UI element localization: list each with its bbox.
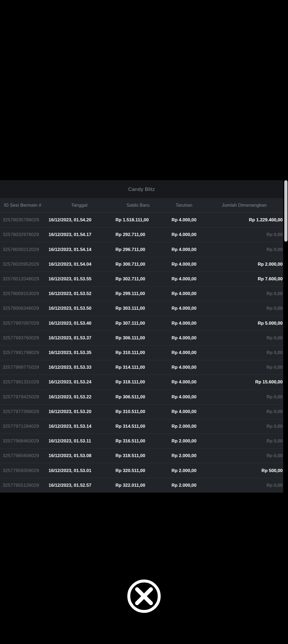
cell-new-balance: Rp 299.111,00 <box>113 291 163 296</box>
cell-bet: Rp 4.000,00 <box>163 409 205 414</box>
cell-session-id: 32577968463029 <box>0 438 45 444</box>
cell-date: 16/12/2023, 01.53.37 <box>45 335 113 341</box>
table-row: 32577965606029 16/12/2023, 01.53.08 Rp 3… <box>0 448 283 463</box>
close-icon <box>127 579 161 613</box>
cell-session-id: 32578035796029 <box>0 217 45 223</box>
cell-bet: Rp 4.000,00 <box>163 379 205 385</box>
cell-session-id: 32577965606029 <box>0 453 45 458</box>
cell-bet: Rp 2.000,00 <box>163 424 205 429</box>
cell-new-balance: Rp 303.111,00 <box>113 306 163 311</box>
cell-amount-won: Rp 1.229.400,00 <box>205 217 283 223</box>
cell-session-id: 32577959359029 <box>0 468 45 473</box>
cell-date: 16/12/2023, 01.53.14 <box>45 424 113 429</box>
cell-amount-won: Rp 0,00 <box>205 365 283 370</box>
cell-date: 16/12/2023, 01.53.50 <box>45 306 113 311</box>
cell-amount-won: Rp 15.600,00 <box>205 379 283 385</box>
cell-amount-won: Rp 0,00 <box>205 453 283 458</box>
cell-new-balance: Rp 302.711,00 <box>113 276 163 282</box>
cell-amount-won: Rp 0,00 <box>205 291 283 296</box>
cell-bet: Rp 2.000,00 <box>163 468 205 473</box>
table-row: 32577968463029 16/12/2023, 01.53.11 Rp 3… <box>0 434 283 448</box>
cell-new-balance: Rp 310.511,00 <box>113 409 163 414</box>
cell-amount-won: Rp 0,00 <box>205 438 283 444</box>
cell-date: 16/12/2023, 01.53.55 <box>45 276 113 282</box>
cell-session-id: 32578009153029 <box>0 291 45 296</box>
cell-new-balance: Rp 318.111,00 <box>113 379 163 385</box>
cell-bet: Rp 4.000,00 <box>163 394 205 400</box>
table-row: 32577971284029 16/12/2023, 01.53.14 Rp 3… <box>0 419 283 434</box>
table-row: 32577997097029 16/12/2023, 01.53.40 Rp 3… <box>0 316 283 330</box>
table-row: 32577979425029 16/12/2023, 01.53.22 Rp 3… <box>0 389 283 404</box>
game-history-modal: Candy Blitz ID Sesi Bermain # Tanggal Sa… <box>0 180 288 493</box>
cell-bet: Rp 4.000,00 <box>163 276 205 282</box>
table-row: 32577993760029 16/12/2023, 01.53.37 Rp 3… <box>0 331 283 345</box>
cell-amount-won: Rp 0,00 <box>205 424 283 429</box>
cell-amount-won: Rp 0,00 <box>205 335 283 341</box>
cell-bet: Rp 4.000,00 <box>163 306 205 311</box>
cell-bet: Rp 2.000,00 <box>163 438 205 444</box>
cell-new-balance: Rp 310.111,00 <box>113 350 163 355</box>
cell-session-id: 32577997097029 <box>0 321 45 326</box>
table-row: 32577977390029 16/12/2023, 01.53.20 Rp 3… <box>0 404 283 419</box>
table-row: 32578012048029 16/12/2023, 01.53.55 Rp 3… <box>0 272 283 286</box>
cell-session-id: 32577993760029 <box>0 335 45 341</box>
cell-date: 16/12/2023, 01.53.35 <box>45 350 113 355</box>
cell-bet: Rp 2.000,00 <box>163 453 205 458</box>
cell-session-id: 32577979425029 <box>0 394 45 400</box>
column-header-date: Tanggal <box>45 203 113 208</box>
cell-session-id: 32577955126029 <box>0 483 45 488</box>
table-row: 32577991798029 16/12/2023, 01.53.35 Rp 3… <box>0 345 283 360</box>
cell-new-balance: Rp 306.111,00 <box>113 335 163 341</box>
cell-bet: Rp 4.000,00 <box>163 335 205 341</box>
cell-amount-won: Rp 0,00 <box>205 394 283 400</box>
cell-new-balance: Rp 316.511,00 <box>113 438 163 444</box>
cell-date: 16/12/2023, 01.54.04 <box>45 262 113 267</box>
cell-new-balance: Rp 292.711,00 <box>113 232 163 237</box>
cell-date: 16/12/2023, 01.54.17 <box>45 232 113 237</box>
column-header-amount-won: Jumlah Dimenangkan <box>205 203 283 208</box>
column-header-bet: Taruhan <box>163 203 205 208</box>
cell-session-id: 32577989775029 <box>0 365 45 370</box>
table-body: 32578035796029 16/12/2023, 01.54.20 Rp 1… <box>0 213 283 493</box>
cell-amount-won: Rp 0,00 <box>205 247 283 252</box>
cell-date: 16/12/2023, 01.54.20 <box>45 217 113 223</box>
cell-bet: Rp 4.000,00 <box>163 217 205 223</box>
table-row: 32577989775029 16/12/2023, 01.53.33 Rp 3… <box>0 360 283 375</box>
table-row: 32577981331029 16/12/2023, 01.53.24 Rp 3… <box>0 375 283 389</box>
table-row: 32578009153029 16/12/2023, 01.53.52 Rp 2… <box>0 286 283 301</box>
cell-date: 16/12/2023, 01.53.22 <box>45 394 113 400</box>
cell-session-id: 32578030212029 <box>0 247 45 252</box>
cell-bet: Rp 4.000,00 <box>163 291 205 296</box>
cell-new-balance: Rp 322.011,00 <box>113 483 163 488</box>
cell-date: 16/12/2023, 01.53.52 <box>45 291 113 296</box>
cell-new-balance: Rp 296.711,00 <box>113 247 163 252</box>
page-title: Candy Blitz <box>128 186 155 192</box>
cell-date: 16/12/2023, 01.53.08 <box>45 453 113 458</box>
table-row: 32577959359029 16/12/2023, 01.53.01 Rp 3… <box>0 463 283 478</box>
cell-new-balance: Rp 307.111,00 <box>113 321 163 326</box>
column-header-new-balance: Saldo Baru <box>113 203 163 208</box>
cell-session-id: 32577971284029 <box>0 424 45 429</box>
cell-bet: Rp 4.000,00 <box>163 247 205 252</box>
cell-date: 16/12/2023, 01.53.24 <box>45 379 113 385</box>
close-button[interactable] <box>127 579 161 613</box>
cell-amount-won: Rp 2.000,00 <box>205 262 283 267</box>
table-row: 32578035796029 16/12/2023, 01.54.20 Rp 1… <box>0 213 283 227</box>
cell-new-balance: Rp 306.511,00 <box>113 394 163 400</box>
cell-amount-won: Rp 500,00 <box>205 468 283 473</box>
cell-amount-won: Rp 7.600,00 <box>205 276 283 282</box>
scrollbar-thumb[interactable] <box>284 180 287 242</box>
table-row: 32578020952029 16/12/2023, 01.54.04 Rp 3… <box>0 257 283 272</box>
cell-new-balance: Rp 320.511,00 <box>113 468 163 473</box>
cell-bet: Rp 4.000,00 <box>163 262 205 267</box>
cell-new-balance: Rp 318.511,00 <box>113 453 163 458</box>
modal-title-bar: Candy Blitz <box>0 180 283 198</box>
cell-session-id: 32578020952029 <box>0 262 45 267</box>
cell-bet: Rp 4.000,00 <box>163 350 205 355</box>
cell-session-id: 32578006346029 <box>0 306 45 311</box>
cell-date: 16/12/2023, 01.53.01 <box>45 468 113 473</box>
table-row: 32578006346029 16/12/2023, 01.53.50 Rp 3… <box>0 301 283 316</box>
cell-session-id: 32577977390029 <box>0 409 45 414</box>
cell-date: 16/12/2023, 01.54.14 <box>45 247 113 252</box>
cell-amount-won: Rp 0,00 <box>205 232 283 237</box>
